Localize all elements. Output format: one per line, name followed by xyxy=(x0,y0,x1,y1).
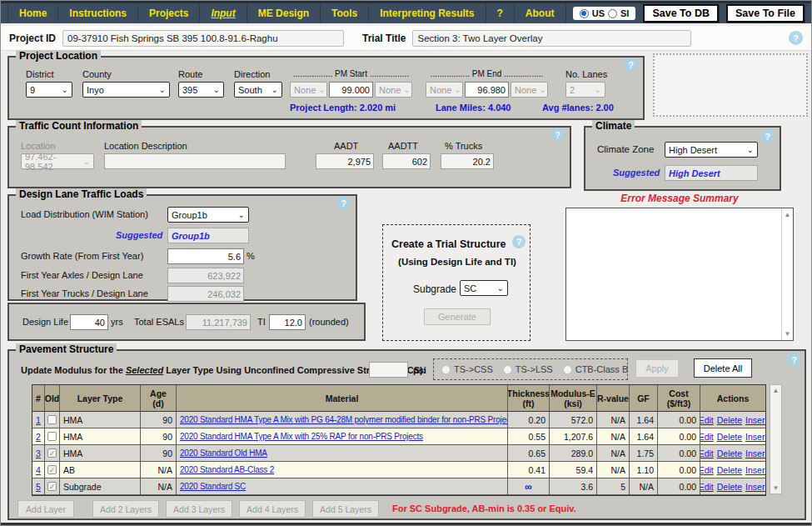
project-location-help-icon[interactable]: ? xyxy=(624,58,638,72)
us-radio[interactable] xyxy=(580,9,589,18)
ts-lss-radio[interactable]: TS->LSS xyxy=(503,364,553,374)
row-number-link[interactable]: 3 xyxy=(36,448,41,458)
delete-link[interactable]: Delete xyxy=(717,415,742,425)
insert-link[interactable]: Insert xyxy=(745,448,765,458)
edit-link[interactable]: Edit xyxy=(700,482,714,492)
pavement-help-icon[interactable]: ? xyxy=(787,353,801,367)
row-number-link[interactable]: 1 xyxy=(36,415,41,425)
delete-all-button[interactable]: Delete All xyxy=(694,358,752,378)
trial-title-field[interactable] xyxy=(412,30,691,47)
insert-link[interactable]: Insert xyxy=(745,432,765,442)
col-thickness: Thickness(ft) xyxy=(508,385,550,412)
delete-link[interactable]: Delete xyxy=(717,482,742,492)
project-id-field[interactable] xyxy=(62,30,344,47)
col-actions: Actions xyxy=(700,385,765,412)
scroll-down-icon[interactable]: ▼ xyxy=(782,330,793,338)
ucs-instruction: Update Modulus for the Selected Layer Ty… xyxy=(21,365,426,375)
old-checkbox[interactable] xyxy=(47,465,57,474)
edit-link[interactable]: Edit xyxy=(700,465,714,475)
row-number-link[interactable]: 4 xyxy=(36,465,41,475)
add-2-layers-button[interactable]: Add 2 Layers xyxy=(92,500,159,518)
county-select[interactable]: Inyo ⌄ xyxy=(82,82,170,98)
cost-cell: 0.00 xyxy=(658,462,700,478)
delete-link[interactable]: Delete xyxy=(717,465,742,475)
scroll-up-icon[interactable]: ▲ xyxy=(770,387,781,394)
page-help-icon[interactable]: ? xyxy=(789,31,803,45)
insert-link[interactable]: Insert xyxy=(745,415,765,425)
delete-link[interactable]: Delete xyxy=(717,448,742,458)
pm-end-input[interactable] xyxy=(465,82,509,98)
table-scrollbar[interactable]: ▲ ▼ xyxy=(770,384,782,494)
growth-rate-input[interactable] xyxy=(167,248,244,264)
nav-about[interactable]: About xyxy=(515,3,566,23)
trial-structure-help-icon[interactable]: ? xyxy=(512,235,526,248)
old-checkbox[interactable] xyxy=(47,415,57,424)
scroll-down-icon[interactable]: ▼ xyxy=(770,484,781,492)
error-summary-scrollbar[interactable]: ▲ ▼ xyxy=(781,208,793,340)
insert-link[interactable]: Insert xyxy=(745,482,765,492)
old-checkbox[interactable] xyxy=(47,482,57,491)
material-link[interactable]: 2020 Standard HMA Type A Mix with PG 64-… xyxy=(180,415,508,424)
climate-zone-select[interactable]: High Desert ⌄ xyxy=(665,142,758,158)
add-4-layers-button[interactable]: Add 4 Layers xyxy=(239,500,306,518)
insert-link[interactable]: Insert xyxy=(745,465,765,475)
add-5-layers-button[interactable]: Add 5 Layers xyxy=(312,500,379,518)
direction-select[interactable]: South ⌄ xyxy=(234,82,282,98)
nav-interpreting-results[interactable]: Interpreting Results xyxy=(369,3,486,23)
aadt-field[interactable] xyxy=(316,153,374,169)
nav-help[interactable]: ? xyxy=(486,3,515,23)
add-layer-button[interactable]: Add Layer xyxy=(17,500,74,518)
wim-select[interactable]: Group1b ⌄ xyxy=(167,207,249,223)
ti-input[interactable] xyxy=(269,314,306,330)
nav-projects[interactable]: Projects xyxy=(138,3,200,23)
gf-cell: 1.10 xyxy=(630,462,658,478)
design-life-input[interactable] xyxy=(70,314,108,330)
nav-input[interactable]: Input xyxy=(200,3,247,23)
edit-link[interactable]: Edit xyxy=(700,448,714,458)
age-cell: 90 xyxy=(141,412,177,428)
route-select[interactable]: 395 ⌄ xyxy=(178,82,224,98)
material-link[interactable]: 2020 Standard HMA Type A Mix with 25% RA… xyxy=(180,432,423,441)
save-to-db-button[interactable]: Save To DB xyxy=(643,4,719,23)
scroll-up-icon[interactable]: ▲ xyxy=(782,211,793,218)
aadtt-field[interactable] xyxy=(382,153,431,169)
nav-instructions[interactable]: Instructions xyxy=(58,3,138,23)
design-loads-help-icon[interactable]: ? xyxy=(336,196,351,210)
location-description-input[interactable] xyxy=(104,153,286,169)
gf-cell: 1.64 xyxy=(630,412,658,428)
district-select[interactable]: 9 ⌄ xyxy=(26,82,72,98)
ucs-input[interactable] xyxy=(369,362,408,378)
nav-me-design[interactable]: ME Design xyxy=(247,3,321,23)
table-row: 1 HMA 90 2020 Standard HMA Type A Mix wi… xyxy=(32,412,765,428)
row-number-link[interactable]: 2 xyxy=(36,432,41,442)
save-to-file-button[interactable]: Save To File xyxy=(726,4,805,23)
old-checkbox[interactable] xyxy=(47,432,57,441)
delete-link[interactable]: Delete xyxy=(717,432,742,442)
add-3-layers-button[interactable]: Add 3 Layers xyxy=(166,500,232,518)
row-number-link[interactable]: 5 xyxy=(36,482,41,492)
old-checkbox[interactable] xyxy=(47,448,57,458)
pm-start-input[interactable] xyxy=(329,82,373,98)
ctb-class-b-radio[interactable]: CTB-Class B xyxy=(563,364,629,374)
ts-css-radio[interactable]: TS->CSS xyxy=(441,364,493,374)
material-link[interactable]: 2020 Standard Old HMA xyxy=(180,448,267,458)
si-radio[interactable] xyxy=(608,9,617,18)
main-content: Project Location ? District County Route… xyxy=(1,51,812,524)
subgrade-select[interactable]: SC ⌄ xyxy=(460,280,508,296)
edit-link[interactable]: Edit xyxy=(700,415,714,425)
nav-tools[interactable]: Tools xyxy=(321,3,369,23)
climate-help-icon[interactable]: ? xyxy=(760,129,775,143)
subgrade-note: For SC Subgrade, AB-min is 0.35 or Equiv… xyxy=(392,503,576,513)
pct-trucks-field[interactable] xyxy=(441,153,494,169)
edit-link[interactable]: Edit xyxy=(700,432,714,442)
material-link[interactable]: 2020 Standard AB-Class 2 xyxy=(180,465,274,474)
traffic-count-help-icon[interactable]: ? xyxy=(550,128,565,142)
layer-type-cell: HMA xyxy=(60,412,141,428)
apply-button[interactable]: Apply xyxy=(635,359,679,378)
pm-start-suffix-select: None ⌄ xyxy=(375,82,412,98)
material-link[interactable]: 2020 Standard SC xyxy=(180,482,246,491)
radio-icon xyxy=(563,365,572,374)
generate-button[interactable]: Generate xyxy=(424,308,491,325)
cost-cell: 0.00 xyxy=(658,445,700,462)
nav-home[interactable]: Home xyxy=(7,3,58,23)
